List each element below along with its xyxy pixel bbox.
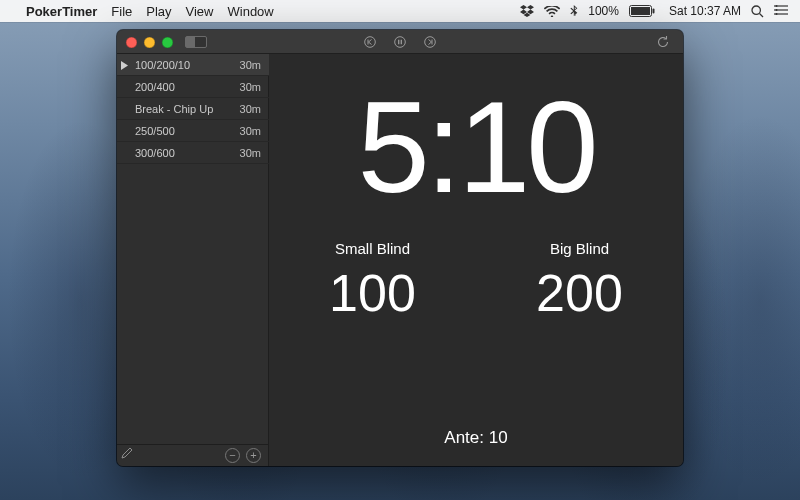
spotlight-icon[interactable] [751,5,764,18]
level-duration: 30m [240,59,261,71]
menu-play[interactable]: Play [146,4,171,19]
main-panel: 5:10 Small Blind 100 Big Blind 200 Ante:… [269,54,683,466]
menu-view[interactable]: View [186,4,214,19]
level-name: Break - Chip Up [135,103,240,115]
reset-button[interactable] [653,34,673,50]
level-duration: 30m [240,147,261,159]
svg-point-13 [395,37,406,48]
level-row[interactable]: 300/600 30m [117,142,269,164]
pause-button[interactable] [390,34,410,50]
big-blind-value: 200 [536,263,623,323]
next-level-button[interactable] [420,34,440,50]
level-name: 250/500 [135,125,240,137]
add-level-button[interactable]: + [246,448,261,463]
macos-menubar: PokerTimer File Play View Window 100% Sa… [0,0,800,22]
sidebar-footer: − + [117,444,269,466]
app-menu[interactable]: PokerTimer [26,4,97,19]
svg-rect-2 [652,9,654,14]
menu-file[interactable]: File [111,4,132,19]
notification-center-icon[interactable] [774,5,788,17]
menu-window[interactable]: Window [228,4,274,19]
small-blind-value: 100 [329,263,416,323]
svg-point-11 [365,37,376,48]
prev-level-button[interactable] [360,34,380,50]
playback-controls [360,34,440,50]
app-window: 100/200/10 30m 200/400 30m Break - Chip … [117,30,683,466]
window-close-button[interactable] [126,37,137,48]
battery-icon[interactable] [629,5,655,17]
window-traffic-lights [126,37,173,48]
edit-levels-icon[interactable] [121,445,133,463]
small-blind-column: Small Blind 100 [329,240,416,323]
wifi-icon[interactable] [544,6,560,17]
svg-point-3 [752,6,760,14]
svg-point-16 [425,37,436,48]
menubar-right: 100% Sat 10:37 AM [520,4,788,18]
window-minimize-button[interactable] [144,37,155,48]
svg-line-4 [760,13,764,17]
levels-list: 100/200/10 30m 200/400 30m Break - Chip … [117,54,269,444]
menubar-clock[interactable]: Sat 10:37 AM [669,4,741,18]
remove-level-button[interactable]: − [225,448,240,463]
countdown-timer: 5:10 [357,82,594,212]
level-name: 100/200/10 [135,59,240,71]
level-row[interactable]: 250/500 30m [117,120,269,142]
svg-point-8 [776,5,778,7]
big-blind-label: Big Blind [550,240,609,257]
svg-point-9 [776,9,778,11]
big-blind-column: Big Blind 200 [536,240,623,323]
levels-sidebar: 100/200/10 30m 200/400 30m Break - Chip … [117,54,269,466]
current-level-indicator-icon [121,60,129,72]
menubar-left: PokerTimer File Play View Window [12,4,274,19]
bluetooth-icon[interactable] [570,5,578,18]
blinds-row: Small Blind 100 Big Blind 200 [269,240,683,323]
battery-percent: 100% [588,4,619,18]
dropbox-icon[interactable] [520,5,534,17]
level-row[interactable]: 100/200/10 30m [117,54,269,76]
svg-rect-1 [631,7,650,15]
window-zoom-button[interactable] [162,37,173,48]
window-titlebar[interactable] [117,30,683,54]
level-name: 200/400 [135,81,240,93]
level-row[interactable]: 200/400 30m [117,76,269,98]
level-row[interactable]: Break - Chip Up 30m [117,98,269,120]
level-name: 300/600 [135,147,240,159]
ante-label: Ante: 10 [444,428,507,448]
level-duration: 30m [240,125,261,137]
level-duration: 30m [240,103,261,115]
svg-marker-18 [121,61,128,70]
sidebar-toggle-button[interactable] [185,36,207,48]
small-blind-label: Small Blind [335,240,410,257]
level-duration: 30m [240,81,261,93]
svg-point-10 [776,13,778,15]
